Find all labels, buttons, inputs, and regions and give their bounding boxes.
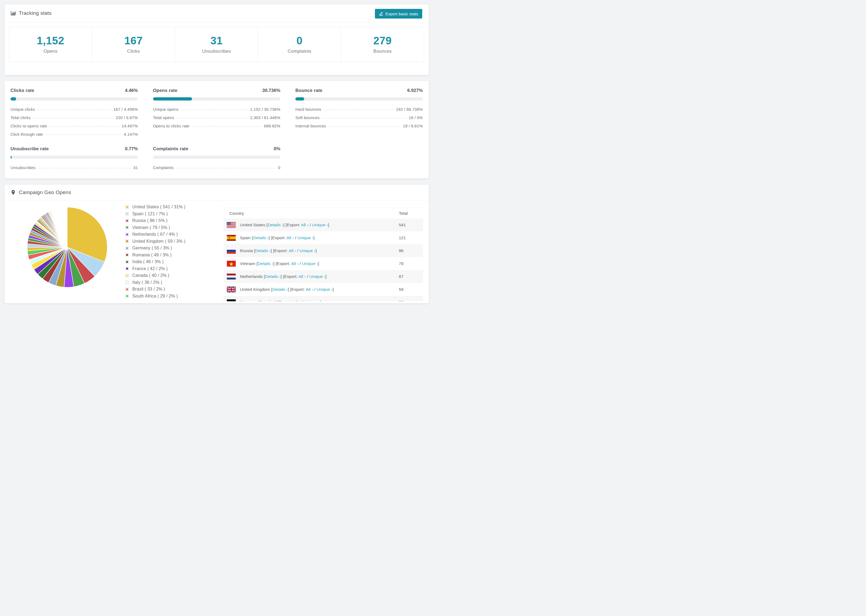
export-all-link[interactable]: All › (287, 236, 294, 240)
legend-item-brazil[interactable]: Brazil ( 33 / 2% ) (125, 287, 186, 292)
geo-table-row-netherlands: Netherlands [Details ›] [Export: All › /… (224, 270, 423, 283)
rate-detail-row: Unique clicks 167 / 4.456% (11, 107, 138, 112)
export-unique-link[interactable]: Unique › (316, 287, 332, 292)
export-prefix: Export: (279, 300, 293, 301)
geo-table-body: United States [Details ›] [Export: All ›… (224, 218, 423, 301)
stat-label: Complaints (288, 49, 312, 54)
rates-grid: Clicks rate 4.46% Unique clicks 167 / 4.… (5, 81, 429, 170)
legend-swatch (125, 274, 129, 277)
legend-label: Germany ( 55 / 3% ) (132, 246, 172, 250)
pie-svg (26, 206, 109, 288)
export-unique-link[interactable]: Unique › (302, 261, 318, 266)
details-link[interactable]: Details › (253, 236, 269, 240)
export-unique-link[interactable]: Unique › (298, 236, 313, 240)
dotted-leader (181, 110, 248, 110)
country-name: Russia (240, 248, 253, 253)
rate-row-label: Total opens (153, 115, 174, 120)
geo-table-row-united-states: United States [Details ›] [Export: All ›… (224, 218, 423, 231)
rate-detail-row: Opens to clicks rate 689.82% (153, 124, 280, 128)
export-all-link[interactable]: All › (291, 261, 298, 266)
country-name: Germany (240, 300, 257, 301)
dotted-leader (38, 168, 131, 168)
legend-item-russia[interactable]: Russia ( 86 / 5% ) (125, 218, 186, 223)
legend-item-united-states[interactable]: United States ( 541 / 31% ) (125, 204, 186, 209)
stat-tile-unsubscribes: 31 Unsubscribes (175, 27, 258, 62)
rate-row-label: Soft bounces (295, 115, 320, 120)
rate-row-value: 689.82% (264, 124, 280, 128)
rate-progress-fill (153, 97, 192, 101)
export-unique-link[interactable]: Unique › (299, 248, 315, 253)
export-unique-link[interactable]: Unique › (309, 274, 325, 279)
rate-detail-row: Internal bounces 19 / 6.81% (295, 124, 423, 128)
campaign-stats-page: { "tracking": { "title": "Tracking stats… (0, 0, 433, 308)
rate-title: Clicks rate (11, 88, 34, 93)
legend-swatch (125, 288, 129, 291)
stat-value: 167 (124, 35, 143, 47)
export-prefix: Export: (272, 236, 287, 240)
legend-item-india[interactable]: India ( 46 / 3% ) (125, 259, 186, 264)
legend-item-germany[interactable]: Germany ( 55 / 3% ) (125, 246, 186, 250)
details-link[interactable]: Details › (260, 300, 275, 301)
column-header-total: Total (399, 211, 423, 216)
legend-item-south-africa[interactable]: South Africa ( 29 / 2% ) (125, 294, 186, 299)
rate-detail-row: Total clicks 220 / 5.87% (11, 115, 138, 120)
country-total: 86 (399, 248, 423, 253)
rate-row-value: 18 / 0% (409, 115, 423, 120)
details-link[interactable]: Details › (272, 287, 288, 292)
country-total: 55 (399, 300, 423, 301)
legend-label: South Africa ( 29 / 2% ) (132, 294, 178, 299)
rate-row-value: 242 / 86.738% (396, 107, 423, 112)
legend-item-vietnam[interactable]: Vietnam ( 79 / 5% ) (125, 225, 186, 230)
campaign-geo-opens-card: Campaign Geo Opens United States ( 541 /… (4, 184, 429, 303)
export-all-link[interactable]: All › (293, 300, 301, 301)
rate-section-unsubscribe-rate: Unsubscribe rate 0.77% Unsubscribes 31 (11, 146, 138, 170)
rate-row-label: Opens to clicks rate (153, 124, 190, 128)
legend-item-united-kingdom[interactable]: United Kingdom ( 59 / 3% ) (125, 239, 186, 244)
dotted-leader (323, 110, 394, 110)
rate-row-value: 0 (278, 165, 280, 170)
legend-item-romania[interactable]: Romania ( 49 / 3% ) (125, 253, 186, 258)
details-link[interactable]: Details › (258, 261, 273, 266)
legend-swatch (125, 260, 129, 264)
details-link[interactable]: Details › (268, 223, 283, 227)
geo-opens-pie-chart[interactable] (26, 206, 109, 288)
legend-swatch (125, 267, 129, 270)
legend-swatch (125, 212, 129, 215)
legend-item-italy[interactable]: Italy ( 36 / 2% ) (125, 280, 186, 285)
legend-swatch (125, 239, 129, 243)
tracking-stats-title: Tracking stats (19, 10, 52, 16)
export-all-link[interactable]: All › (288, 248, 296, 253)
dotted-leader (176, 168, 276, 168)
rate-detail-row: Unsubscribes 31 (11, 165, 138, 170)
stat-label: Bounces (373, 49, 392, 54)
rate-row-value: 4.147% (124, 132, 138, 137)
geo-table-row-united-kingdom: United Kingdom [Details ›] [Export: All … (224, 283, 423, 296)
export-all-link[interactable]: All › (306, 287, 313, 292)
legend-item-spain[interactable]: Spain ( 121 / 7% ) (125, 212, 186, 216)
stats-summary-row: 1,152 Opens 167 Clicks 31 Unsubscribes 0… (9, 27, 424, 62)
legend-item-netherlands[interactable]: Netherlands ( 67 / 4% ) (125, 232, 186, 237)
legend-swatch (125, 247, 129, 250)
geo-title: Campaign Geo Opens (19, 190, 71, 195)
export-unique-link[interactable]: Unique › (304, 300, 320, 301)
legend-label: Vietnam ( 79 / 5% ) (132, 225, 170, 230)
geo-header: Campaign Geo Opens (5, 185, 429, 201)
export-all-link[interactable]: All › (301, 223, 309, 227)
export-all-link[interactable]: All › (299, 274, 306, 279)
details-link[interactable]: Details › (255, 248, 271, 253)
legend-item-canada[interactable]: Canada ( 40 / 2% ) (125, 273, 186, 278)
rate-row-value: 2,303 / 61.446% (250, 115, 280, 120)
export-basic-stats-button[interactable]: Export basic stats (375, 9, 422, 19)
export-unique-link[interactable]: Unique › (312, 223, 328, 227)
geo-table-row-spain: Spain [Details ›] [Export: All › / Uniqu… (224, 231, 423, 244)
flag-icon-de (227, 299, 236, 301)
flag-icon-us (227, 222, 236, 228)
rate-detail-row: Unique opens 1,152 / 30.736% (153, 107, 280, 112)
rate-detail-row: Total opens 2,303 / 61.446% (153, 115, 280, 120)
stat-value: 279 (373, 35, 392, 47)
legend-label: Brazil ( 33 / 2% ) (132, 287, 165, 292)
legend-item-france[interactable]: France ( 42 / 2% ) (125, 266, 186, 271)
legend-swatch (125, 205, 129, 209)
details-link[interactable]: Details › (265, 274, 281, 279)
export-prefix: Export: (284, 274, 299, 279)
